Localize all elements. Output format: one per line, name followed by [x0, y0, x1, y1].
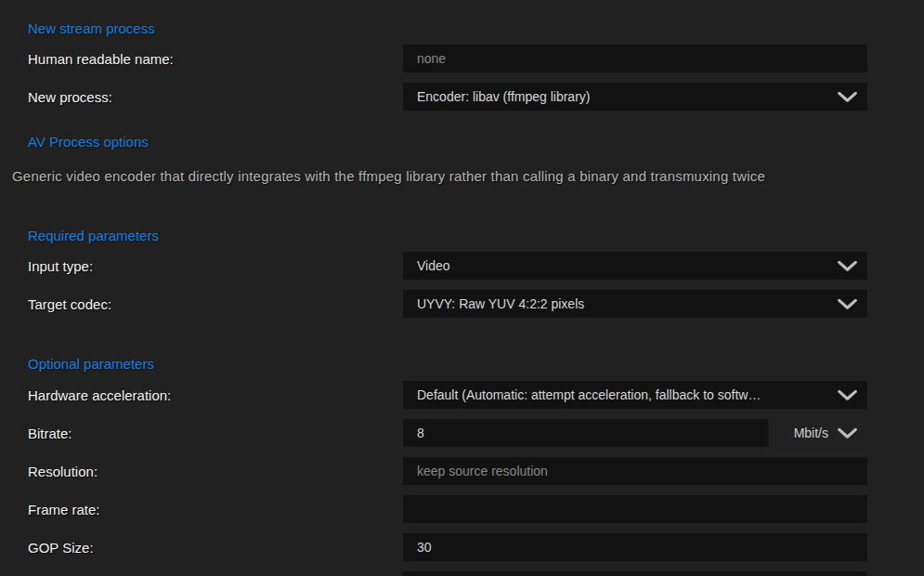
chevron-down-icon — [837, 91, 858, 103]
chevron-down-icon — [837, 260, 858, 272]
bitrate-unit-select[interactable]: Mbit/s — [768, 419, 867, 447]
human-readable-name-input[interactable] — [403, 45, 867, 72]
next-field-input-partial[interactable] — [403, 571, 867, 576]
process-settings-form: New stream process Human readable name: … — [0, 0, 924, 576]
section-title-required-parameters: Required parameters — [28, 228, 924, 244]
form-row-resolution: Resolution: — [28, 457, 924, 485]
section-title-new-stream-process: New stream process — [28, 20, 924, 37]
chevron-down-icon — [837, 427, 858, 439]
field-label: Resolution: — [28, 464, 403, 479]
select-value: Default (Automatic: attempt acceleration… — [417, 387, 837, 402]
select-value: Mbit/s — [794, 425, 828, 440]
hardware-acceleration-select[interactable]: Default (Automatic: attempt acceleration… — [403, 381, 867, 409]
bitrate-input[interactable] — [403, 419, 768, 447]
target-codec-select[interactable]: UYVY: Raw YUV 4:2:2 pixels — [403, 290, 867, 318]
form-row-new-process: New process: Encoder: libav (ffmpeg libr… — [28, 83, 924, 111]
field-label: New process: — [28, 89, 403, 105]
section-title-av-process-options: AV Process options — [28, 134, 924, 151]
select-value: Video — [417, 258, 837, 273]
field-label: Target codec: — [28, 296, 403, 312]
form-row-input-type: Input type: Video — [28, 252, 924, 280]
form-row-frame-rate: Frame rate: — [28, 495, 924, 523]
resolution-input[interactable] — [403, 457, 867, 485]
form-row-human-readable-name: Human readable name: — [28, 45, 924, 72]
gop-size-input[interactable] — [403, 533, 867, 561]
chevron-down-icon — [837, 389, 858, 401]
select-value: Encoder: libav (ffmpeg library) — [417, 89, 837, 104]
form-row-hardware-acceleration: Hardware acceleration: Default (Automati… — [28, 381, 924, 409]
new-process-select[interactable]: Encoder: libav (ffmpeg library) — [403, 83, 867, 111]
field-label: GOP Size: — [28, 540, 403, 556]
section-title-optional-parameters: Optional parameters — [28, 356, 924, 373]
field-label: Hardware acceleration: — [28, 387, 403, 403]
form-row-target-codec: Target codec: UYVY: Raw YUV 4:2:2 pixels — [28, 290, 924, 318]
form-row-bitrate: Bitrate: Mbit/s — [28, 419, 924, 447]
field-label: Bitrate: — [28, 425, 403, 441]
field-label: Frame rate: — [28, 502, 403, 517]
chevron-down-icon — [837, 298, 858, 310]
field-label: Input type: — [28, 258, 403, 274]
frame-rate-input[interactable] — [403, 495, 867, 523]
select-value: UYVY: Raw YUV 4:2:2 pixels — [417, 296, 837, 311]
field-label: Human readable name: — [28, 51, 403, 67]
form-row-gop-size: GOP Size: — [28, 533, 924, 561]
input-type-select[interactable]: Video — [403, 252, 867, 280]
process-description: Generic video encoder that directly inte… — [12, 169, 908, 184]
